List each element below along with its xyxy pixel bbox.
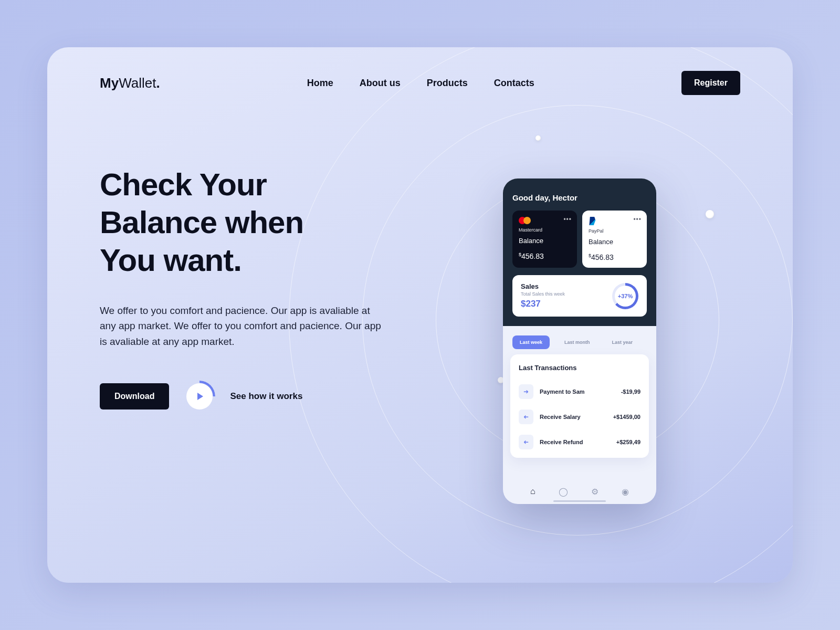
tx-amount: -$19,99 <box>621 388 640 395</box>
headline: Check Your Balance when You want. <box>100 166 399 279</box>
hero-subtext: We offer to you comfort and pacience. Ou… <box>100 303 383 349</box>
balance-value: $456.83 <box>589 253 640 261</box>
tx-name: Payment to Sam <box>540 388 615 395</box>
headline-line: You want. <box>100 243 242 278</box>
profile-icon[interactable]: ◉ <box>622 487 629 497</box>
search-icon[interactable]: ◯ <box>559 487 568 497</box>
sales-progress-ring: +37% <box>612 283 638 309</box>
paypal-icon <box>589 217 596 225</box>
transactions-panel: Last Transactions ➜ Payment to Sam -$19,… <box>510 354 649 458</box>
orbit-dot <box>536 135 541 141</box>
greeting-text: Good day, Hector <box>512 193 647 202</box>
mastercard-card[interactable]: ••• Mastercard Balance $456.83 <box>512 211 577 268</box>
paypal-card[interactable]: ••• PayPal Balance $456.83 <box>582 211 647 268</box>
hero-left: Check Your Balance when You want. We off… <box>100 166 399 412</box>
more-icon[interactable]: ••• <box>633 216 642 223</box>
tx-amount: +$1459,00 <box>613 414 640 420</box>
home-indicator <box>553 500 606 502</box>
arrow-left-icon: ➜ <box>519 435 533 449</box>
tx-name: Receive Salary <box>540 414 607 420</box>
headline-line: Check Your <box>100 167 267 202</box>
sales-value: $237 <box>521 299 565 309</box>
tx-name: Receive Refund <box>540 439 610 445</box>
brand-dot: . <box>156 75 160 91</box>
landing-card: MyWallet. Home About us Products Contact… <box>47 47 793 583</box>
play-icon <box>197 393 203 400</box>
tx-amount: +$259,49 <box>616 439 640 445</box>
mastercard-icon <box>519 217 571 224</box>
period-tabs: Last week Last month Last year <box>503 326 656 354</box>
home-icon[interactable]: ⌂ <box>530 487 536 497</box>
nav-about[interactable]: About us <box>360 78 401 89</box>
card-brand: PayPal <box>589 228 640 234</box>
brand-thin: Wallet <box>119 75 156 91</box>
phone-mockup: Good day, Hector ••• Mastercard Balance … <box>503 178 656 504</box>
balance-value: $456.83 <box>519 252 571 260</box>
tab-last-month[interactable]: Last month <box>557 335 597 349</box>
download-button[interactable]: Download <box>100 383 169 410</box>
cta-row: Download See how it works <box>100 381 399 412</box>
transactions-title: Last Transactions <box>519 364 640 372</box>
arrow-right-icon: ➜ <box>519 384 533 399</box>
nav-home[interactable]: Home <box>307 78 333 89</box>
balance-label: Balance <box>519 237 571 245</box>
transaction-row[interactable]: ➜ Receive Refund +$259,49 <box>519 429 640 455</box>
sales-card[interactable]: Sales Total Sales this week $237 +37% <box>512 275 647 317</box>
sales-delta: +37% <box>615 286 636 307</box>
more-icon[interactable]: ••• <box>563 216 572 223</box>
transaction-row[interactable]: ➜ Receive Salary +$1459,00 <box>519 404 640 429</box>
brand-bold: My <box>100 75 119 91</box>
tab-last-year[interactable]: Last year <box>605 335 640 349</box>
settings-icon[interactable]: ⚙ <box>591 487 598 497</box>
headline-line: Balance when <box>100 205 303 240</box>
balance-cards-row: ••• Mastercard Balance $456.83 ••• PayPa… <box>512 211 647 268</box>
phone-bottom-nav: ⌂ ◯ ⚙ ◉ <box>503 482 656 499</box>
tab-last-week[interactable]: Last week <box>512 335 550 349</box>
brand-logo: MyWallet. <box>100 75 160 91</box>
sales-subtitle: Total Sales this week <box>521 291 565 297</box>
card-brand: Mastercard <box>519 227 571 233</box>
how-it-works-link[interactable]: See how it works <box>230 391 302 402</box>
sales-title: Sales <box>521 282 565 290</box>
balance-label: Balance <box>589 238 640 246</box>
arrow-left-icon: ➜ <box>519 410 533 424</box>
sales-info: Sales Total Sales this week $237 <box>521 282 565 309</box>
play-button[interactable] <box>184 381 215 412</box>
transaction-row[interactable]: ➜ Payment to Sam -$19,99 <box>519 379 640 404</box>
phone-header: Good day, Hector ••• Mastercard Balance … <box>503 178 656 326</box>
